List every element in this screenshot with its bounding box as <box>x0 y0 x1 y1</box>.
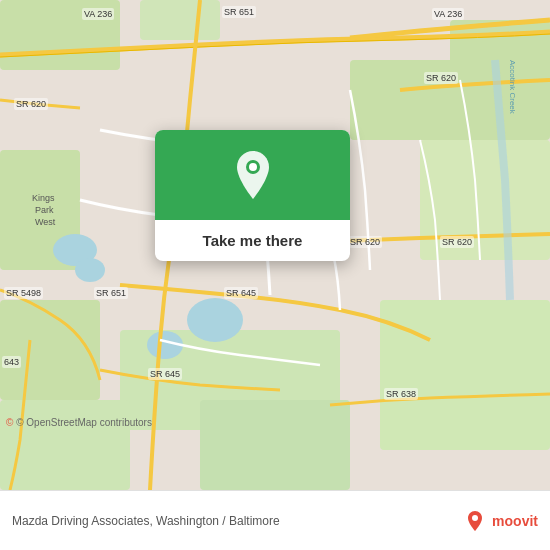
road-label-sr651-2: SR 651 <box>94 287 128 299</box>
road-label-sr645-1: SR 645 <box>224 287 258 299</box>
road-label-sr5498: SR 5498 <box>4 287 43 299</box>
road-label-sr645-2: SR 645 <box>148 368 182 380</box>
osm-credit-text: © OpenStreetMap contributors <box>16 417 152 428</box>
moovit-logo: moovit <box>464 510 538 532</box>
location-popup: Take me there <box>155 130 350 261</box>
road-label-sr638: SR 638 <box>384 388 418 400</box>
moovit-logo-text: moovit <box>492 513 538 529</box>
location-pin-icon <box>231 149 275 201</box>
road-label-sr620-3: SR 620 <box>440 236 474 248</box>
footer-location-text: Mazda Driving Associates, Washington / B… <box>12 514 454 528</box>
svg-rect-5 <box>380 300 550 450</box>
road-label-va236-2: VA 236 <box>432 8 464 20</box>
road-label-643: 643 <box>2 356 21 368</box>
map-label-kings: Kings <box>32 193 55 203</box>
svg-point-19 <box>472 515 478 521</box>
moovit-pin-icon <box>464 510 486 532</box>
road-label-sr620-2: SR 620 <box>348 236 382 248</box>
popup-body: Take me there <box>155 220 350 261</box>
road-label-va236-1: VA 236 <box>82 8 114 20</box>
osm-attribution: © © OpenStreetMap contributors <box>6 417 152 428</box>
svg-point-15 <box>75 258 105 282</box>
svg-rect-7 <box>200 400 350 490</box>
road-label-sr651-top: SR 651 <box>222 6 256 18</box>
svg-point-18 <box>249 163 257 171</box>
road-label-sr620-1: SR 620 <box>424 72 458 84</box>
footer-bar: Mazda Driving Associates, Washington / B… <box>0 490 550 550</box>
take-me-there-button[interactable]: Take me there <box>203 232 303 249</box>
map: Accotink Creek VA 236 VA 236 SR 651 SR 6… <box>0 0 550 490</box>
road-label-sr620-4: SR 620 <box>14 98 48 110</box>
popup-header <box>155 130 350 220</box>
svg-rect-11 <box>140 0 220 40</box>
map-label-west: West <box>35 217 55 227</box>
svg-text:Accotink Creek: Accotink Creek <box>508 60 517 115</box>
svg-point-12 <box>187 298 243 342</box>
map-label-park: Park <box>35 205 54 215</box>
